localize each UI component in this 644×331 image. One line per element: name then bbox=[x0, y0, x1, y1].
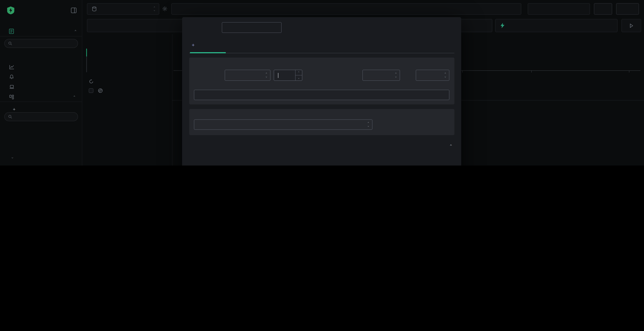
chevron-updown-icon: ⌃⌄ bbox=[444, 73, 446, 78]
bell-icon bbox=[9, 74, 14, 79]
chart-collapse-icon[interactable]: ⌃ bbox=[450, 144, 452, 148]
source-select[interactable]: ⌃⌄ bbox=[87, 3, 159, 15]
mode-rail-active bbox=[86, 49, 87, 56]
database-icon bbox=[92, 6, 96, 11]
search-icon bbox=[8, 115, 12, 119]
webhook-select[interactable]: ⌃⌄ bbox=[194, 119, 372, 130]
hist-tick bbox=[629, 71, 629, 72]
chevron-updown-icon: ⌃⌄ bbox=[266, 73, 267, 78]
channel-select[interactable]: ⌃⌄ bbox=[416, 70, 449, 81]
divider bbox=[0, 36, 82, 36]
select-query-input[interactable] bbox=[172, 3, 521, 15]
search-icon bbox=[8, 41, 12, 45]
play-icon bbox=[630, 23, 633, 28]
chevron-down-icon: ⌄ bbox=[11, 155, 14, 159]
threshold-chart[interactable] bbox=[204, 158, 455, 165]
sidebar: ⌃ ⌃ + bbox=[0, 0, 82, 165]
filters-title bbox=[86, 79, 94, 84]
saved-dashboards-input[interactable] bbox=[4, 112, 78, 121]
divider bbox=[0, 101, 82, 102]
filters-panel bbox=[83, 34, 172, 165]
presets-toggle[interactable]: ⌄ bbox=[11, 155, 14, 159]
chart-icon bbox=[9, 64, 14, 69]
tab-track bbox=[189, 53, 454, 53]
trigger-card: ⌃⌄ ⌃ ⌄ ⌃⌄ ⌃⌄ bbox=[189, 57, 454, 104]
saved-search-name-input[interactable] bbox=[222, 22, 282, 33]
threshold-type-select[interactable]: ⌃⌄ bbox=[225, 70, 270, 81]
plus-icon: + bbox=[12, 106, 17, 112]
threshold-value-input[interactable]: ⌃ ⌄ bbox=[274, 70, 302, 81]
refresh-icon[interactable] bbox=[89, 79, 94, 84]
grouped-by-input[interactable] bbox=[194, 90, 449, 100]
run-query-button[interactable] bbox=[622, 19, 641, 32]
collapse-sidebar-icon[interactable] bbox=[71, 7, 76, 13]
live-tail-button[interactable] bbox=[495, 19, 618, 32]
plus-icon: + bbox=[192, 42, 195, 47]
hist-tick bbox=[462, 71, 462, 72]
sidebar-item-dashboards[interactable]: ⌃ bbox=[0, 93, 82, 101]
order-by-input[interactable] bbox=[528, 3, 590, 15]
sidebar-item-chart-explorer[interactable] bbox=[0, 63, 82, 71]
sidebar-item-create-dashboard[interactable]: + bbox=[0, 105, 82, 113]
denoise-checkbox[interactable] bbox=[89, 88, 94, 93]
text-caret bbox=[278, 73, 278, 78]
denoise-filter[interactable] bbox=[89, 88, 106, 93]
alerts-button[interactable] bbox=[616, 3, 639, 15]
denoise-icon bbox=[98, 88, 103, 93]
interval-select[interactable]: ⌃⌄ bbox=[362, 70, 400, 81]
chevron-updown-icon: ⌃⌄ bbox=[395, 73, 397, 78]
save-button[interactable] bbox=[594, 3, 612, 15]
hist-tick bbox=[531, 71, 532, 72]
search-nav-icon bbox=[9, 28, 14, 34]
panel-divider bbox=[172, 34, 172, 165]
lightning-icon bbox=[500, 23, 504, 28]
query-settings-gear-icon[interactable] bbox=[162, 6, 168, 11]
tab-active-indicator bbox=[190, 52, 226, 53]
sidebar-item-alerts[interactable] bbox=[0, 73, 82, 81]
saved-searches-input[interactable] bbox=[4, 39, 78, 48]
alert-modal: + ⌃⌄ ⌃ ⌄ ⌃⌄ bbox=[182, 17, 461, 165]
hyperdx-app: ⌃ ⌃ + bbox=[0, 0, 644, 165]
laptop-icon bbox=[9, 85, 14, 89]
dashboards-collapse-icon[interactable]: ⌃ bbox=[73, 95, 76, 99]
search-collapse-icon[interactable]: ⌃ bbox=[74, 29, 76, 33]
chevron-updown-icon: ⌃⌄ bbox=[154, 6, 155, 11]
stepper-down-icon[interactable]: ⌄ bbox=[296, 75, 302, 80]
dashboard-grid-icon bbox=[9, 94, 14, 99]
send-to-card: ⌃⌄ bbox=[189, 109, 454, 135]
tab-new-alert[interactable]: + bbox=[192, 42, 195, 47]
hyperdx-logo-icon bbox=[7, 6, 14, 14]
stepper-up-icon[interactable]: ⌃ bbox=[296, 70, 302, 75]
sidebar-item-client-sessions[interactable] bbox=[0, 83, 82, 91]
chevron-updown-icon: ⌃⌄ bbox=[368, 122, 369, 127]
number-stepper[interactable]: ⌃ ⌄ bbox=[295, 70, 302, 80]
